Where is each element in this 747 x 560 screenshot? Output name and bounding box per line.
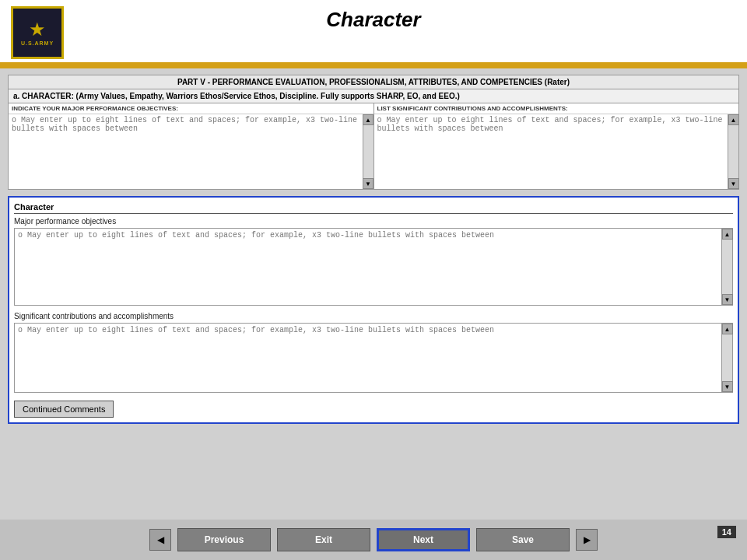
save-button[interactable]: Save (476, 528, 570, 551)
field1-label: Major performance objectives (14, 217, 733, 226)
col1-textarea-wrap: ▲ ▼ (9, 114, 374, 189)
field1-scroll-track[interactable] (722, 240, 732, 294)
col2-textarea[interactable] (374, 114, 728, 189)
form-area: PART V - PERFORMANCE EVALUATION, PROFESS… (8, 75, 739, 190)
field2-scroll-track[interactable] (722, 334, 732, 381)
field1-scroll-up[interactable]: ▲ (722, 229, 733, 240)
previous-button[interactable]: Previous (177, 528, 271, 551)
army-label: U.S.ARMY (21, 40, 54, 46)
col2-scroll-up[interactable]: ▲ (728, 114, 739, 125)
col2-scrollbar[interactable]: ▲ ▼ (728, 114, 738, 189)
field2-scroll-up[interactable]: ▲ (722, 324, 733, 334)
field2-scrollbar[interactable]: ▲ ▼ (721, 324, 732, 392)
field2-scroll-down[interactable]: ▼ (722, 381, 733, 392)
page-title: Character (326, 8, 420, 32)
col1-label: INDICATE YOUR MAJOR PERFORMANCE OBJECTIV… (9, 103, 374, 114)
bottom-nav-bar: ◀ Previous Exit Next Save ▶ 14 (0, 520, 747, 560)
character-panel: Character Major performance objectives ▲… (8, 196, 739, 424)
field1-scroll-down[interactable]: ▼ (722, 294, 733, 305)
army-star-icon: ★ (29, 20, 46, 39)
col2-scroll-track[interactable] (728, 125, 738, 178)
form-col-accomplishments: LIST SIGNIFICANT CONTRIBUTIONS AND ACCOM… (374, 103, 739, 189)
continued-comments-button[interactable]: Continued Comments (14, 401, 114, 418)
field1-scrollbar[interactable]: ▲ ▼ (721, 229, 732, 305)
main-content: PART V - PERFORMANCE EVALUATION, PROFESS… (0, 68, 747, 520)
form-section-label: a. CHARACTER: (Army Values, Empathy, War… (9, 89, 738, 103)
gold-divider (0, 62, 747, 65)
page-number: 14 (717, 526, 736, 538)
field2-label: Significant contributions and accomplish… (14, 312, 733, 320)
col1-scrollbar[interactable]: ▲ ▼ (363, 114, 374, 189)
col1-scroll-track[interactable] (363, 125, 374, 178)
col1-scroll-down[interactable]: ▼ (363, 178, 374, 189)
col1-scroll-up[interactable]: ▲ (363, 114, 374, 125)
form-part-label: PART V - PERFORMANCE EVALUATION, PROFESS… (9, 75, 738, 89)
app-header: ★ U.S.ARMY Character (0, 0, 747, 68)
field2-textarea-wrap: ▲ ▼ (14, 323, 733, 393)
field1-textarea[interactable] (15, 229, 721, 305)
next-button[interactable]: Next (377, 528, 470, 551)
form-col-objectives: INDICATE YOUR MAJOR PERFORMANCE OBJECTIV… (9, 103, 374, 189)
panel-title: Character (14, 202, 733, 214)
col2-label: LIST SIGNIFICANT CONTRIBUTIONS AND ACCOM… (374, 103, 739, 114)
army-logo: ★ U.S.ARMY (11, 6, 64, 59)
col1-textarea[interactable] (9, 114, 363, 189)
form-columns: INDICATE YOUR MAJOR PERFORMANCE OBJECTIV… (9, 103, 738, 189)
field1-textarea-wrap: ▲ ▼ (14, 228, 733, 306)
col2-textarea-wrap: ▲ ▼ (374, 114, 739, 189)
right-arrow-button[interactable]: ▶ (576, 529, 598, 551)
exit-button[interactable]: Exit (277, 528, 370, 551)
col2-scroll-down[interactable]: ▼ (728, 178, 739, 189)
field2-textarea[interactable] (15, 324, 721, 392)
left-arrow-button[interactable]: ◀ (149, 529, 171, 551)
